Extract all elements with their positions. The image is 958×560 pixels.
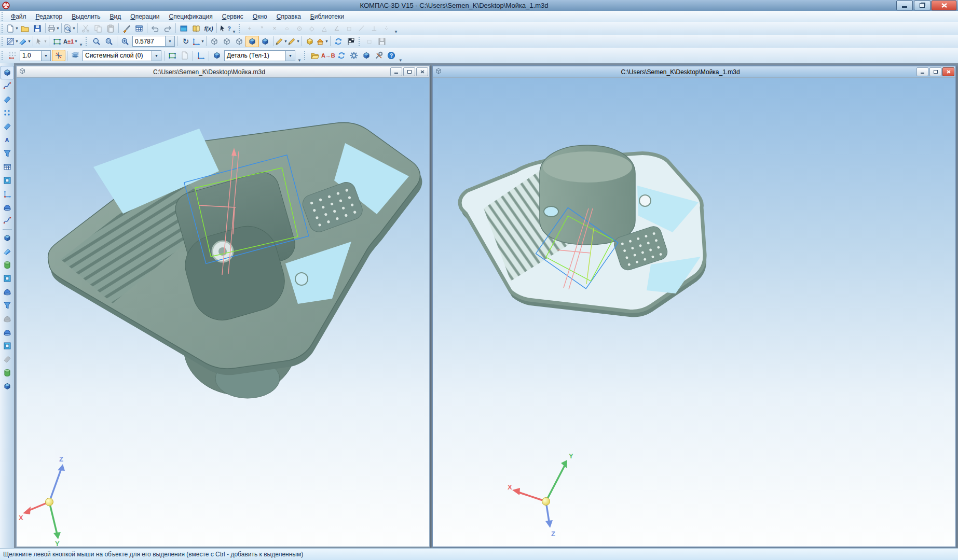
tool-boss[interactable]: [1, 285, 13, 299]
hide-objects-button[interactable]: [304, 36, 316, 47]
snap-star-button[interactable]: *: [256, 23, 268, 34]
rename-variables-button[interactable]: A→B: [321, 50, 335, 61]
hatch-button[interactable]: ▼: [6, 36, 19, 47]
toolbar-overflow-chevron[interactable]: ▼: [394, 29, 398, 35]
quick-display-button[interactable]: ▼: [288, 36, 300, 47]
toolbar-grip[interactable]: [2, 24, 4, 33]
doc-restore-button[interactable]: [929, 67, 941, 76]
tool-elements-body[interactable]: [1, 201, 13, 214]
menubar-grip[interactable]: [2, 12, 4, 21]
chevron-down-icon[interactable]: ▼: [285, 51, 295, 61]
zoom-frame-button[interactable]: [103, 36, 115, 47]
spreadsheet-button[interactable]: [133, 23, 145, 34]
sketch-mode-button[interactable]: [166, 50, 179, 61]
variables-fx-button[interactable]: f(x): [202, 23, 215, 34]
close-button[interactable]: [932, 1, 956, 10]
snap-triangle-button[interactable]: △: [318, 23, 331, 34]
sketch-rectangle-button[interactable]: [51, 36, 63, 47]
rotate-view-button[interactable]: ↻: [180, 36, 192, 47]
tool-stamp[interactable]: [1, 299, 13, 312]
save-button[interactable]: [31, 23, 44, 34]
edit-sketch-button[interactable]: [179, 50, 191, 61]
paste-button[interactable]: [104, 23, 117, 34]
toolbar-overflow-chevron[interactable]: ▼: [232, 29, 236, 35]
move-view-button[interactable]: ▼: [192, 36, 204, 47]
tool-extrude[interactable]: [1, 231, 13, 245]
toolbar-grip[interactable]: [239, 24, 241, 33]
model-orientation-button[interactable]: [211, 50, 223, 61]
refresh-model-button[interactable]: [335, 50, 348, 61]
tool-measurements-3d[interactable]: A: [1, 133, 13, 147]
doc-minimize-button[interactable]: [390, 67, 402, 76]
doc-minimize-button[interactable]: [916, 67, 928, 76]
service-tools-button[interactable]: [373, 50, 385, 61]
snap-grid-button[interactable]: ⁘: [380, 23, 393, 34]
snap-angle-button[interactable]: ∠: [331, 23, 343, 34]
menu-view[interactable]: Вид: [105, 12, 126, 21]
toolbar-grip[interactable]: [359, 37, 361, 46]
hide-components-button[interactable]: ▼: [316, 36, 329, 47]
preview-button[interactable]: ▼: [63, 23, 76, 34]
toolbar-grip[interactable]: [86, 37, 88, 46]
sink-model-right[interactable]: X Y Z: [433, 78, 955, 547]
undo-button[interactable]: [149, 23, 161, 34]
menu-libraries[interactable]: Библиотеки: [306, 12, 349, 21]
menu-file[interactable]: Файл: [6, 12, 31, 21]
toolbar-overflow-chevron[interactable]: ▼: [399, 58, 403, 63]
display-shaded-edges-button[interactable]: [259, 36, 271, 47]
tool-elements-sheet[interactable]: [1, 214, 13, 228]
menu-editor[interactable]: Редактор: [31, 12, 67, 21]
snap-square-button[interactable]: □: [343, 23, 355, 34]
update-links-button[interactable]: [348, 50, 360, 61]
menu-window[interactable]: Окно: [248, 12, 272, 21]
toolbar-grip[interactable]: [2, 37, 4, 46]
snap-cross-button[interactable]: ×: [268, 23, 281, 34]
snap-tangent-button[interactable]: ／: [355, 23, 368, 34]
doc-titlebar[interactable]: C:\Users\Semen_K\Desktop\Мойка_1.m3d: [433, 66, 955, 77]
display-hidden-removed-button[interactable]: [233, 36, 245, 47]
display-hidden-thin-button[interactable]: [221, 36, 233, 47]
tool-filters[interactable]: [1, 147, 13, 160]
menu-select[interactable]: Выделить: [67, 12, 105, 21]
restore-button[interactable]: [914, 1, 930, 10]
snap-circle-button[interactable]: ○: [281, 23, 293, 34]
menu-specification[interactable]: Спецификация: [164, 12, 217, 21]
copy-button[interactable]: [92, 23, 104, 34]
snap-point-button[interactable]: +: [243, 23, 256, 34]
tool-revolve[interactable]: [1, 258, 13, 272]
tool-spatial-curves[interactable]: [1, 79, 13, 93]
tool-surfaces[interactable]: [1, 93, 13, 106]
tool-arrays[interactable]: [1, 106, 13, 120]
viewport-3d[interactable]: X Z Y: [17, 77, 429, 547]
snap-normal-button[interactable]: ⊥: [368, 23, 380, 34]
chevron-down-icon[interactable]: ▼: [41, 51, 50, 61]
tool-edit-part[interactable]: [1, 66, 14, 79]
help-button[interactable]: [385, 50, 398, 61]
sink-model-left[interactable]: X Z Y: [17, 78, 427, 547]
local-cs-button[interactable]: [195, 50, 207, 61]
tool-louver[interactable]: [1, 326, 13, 339]
window-manager-button[interactable]: [177, 23, 190, 34]
tool-report[interactable]: [1, 174, 13, 187]
rebuild-button[interactable]: [332, 36, 345, 47]
current-part-combo[interactable]: Деталь (Тел-1) ▼: [224, 50, 295, 61]
tool-specification[interactable]: [1, 160, 13, 174]
menu-operations[interactable]: Операции: [126, 12, 164, 21]
zoom-area-button[interactable]: [90, 36, 103, 47]
tool-rib[interactable]: [1, 353, 13, 366]
help-topics-button[interactable]: [190, 23, 202, 34]
menu-service[interactable]: Сервис: [217, 12, 248, 21]
tool-conditional-designations[interactable]: [1, 187, 13, 201]
auto-dimension-button[interactable]: A±1▼: [63, 36, 78, 47]
zoom-scale-combo[interactable]: 0.5787 ▼: [132, 36, 175, 47]
redo-button[interactable]: [161, 23, 174, 34]
new-document-button[interactable]: ▼: [6, 23, 19, 34]
minimize-button[interactable]: [896, 1, 913, 10]
cut-button[interactable]: [79, 23, 92, 34]
print-button[interactable]: ▼: [47, 23, 60, 34]
simplify-display-button[interactable]: ▼: [275, 36, 288, 47]
doc-titlebar[interactable]: C:\Users\Semen_K\Desktop\Мойка.m3d: [17, 66, 429, 77]
tool-hole[interactable]: [1, 339, 13, 353]
menu-help[interactable]: Справка: [272, 12, 306, 21]
save-view-button[interactable]: [376, 36, 388, 47]
